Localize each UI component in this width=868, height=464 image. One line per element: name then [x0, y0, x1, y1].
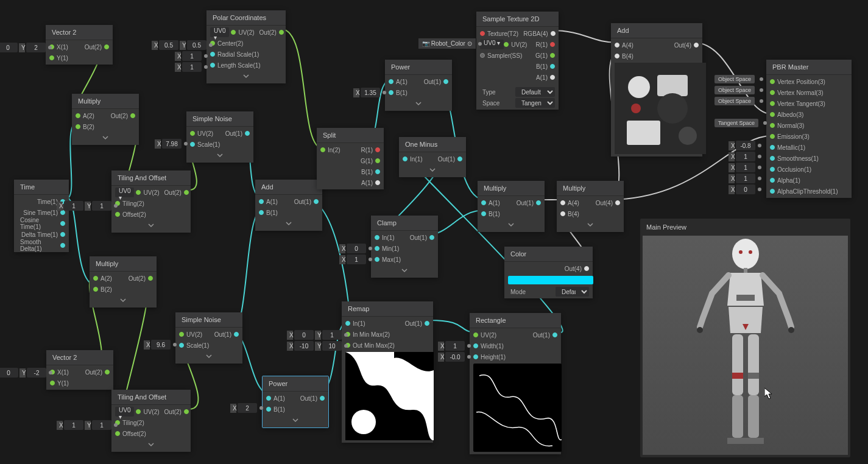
collapse-toggle[interactable] — [175, 351, 242, 362]
node-title: Color — [504, 247, 593, 262]
float-input[interactable]: XY — [152, 40, 214, 50]
node-title: Multiply — [478, 181, 545, 196]
color-swatch[interactable] — [508, 276, 593, 284]
node-color[interactable]: ColorOut(4)ModeDefault — [504, 247, 593, 298]
collapse-toggle[interactable] — [111, 439, 191, 451]
node-power_1[interactable]: PowerA(1)Out(1)B(1) — [262, 376, 329, 428]
node-snoise_2[interactable]: Simple NoiseUV(2)Out(1)Scale(1) — [175, 312, 242, 364]
collapse-toggle[interactable] — [72, 132, 139, 144]
node-title: Rectangle — [470, 313, 561, 328]
main-preview-panel[interactable]: Main Preview — [640, 219, 850, 457]
node-snoise_1[interactable]: Simple NoiseUV(2)Out(1)Scale(1) — [186, 111, 253, 163]
cursor-icon — [764, 388, 774, 400]
float-input[interactable]: XY — [0, 368, 54, 378]
node-title: Simple Noise — [175, 312, 242, 328]
svg-rect-19 — [732, 373, 743, 379]
float-input[interactable]: XY — [287, 330, 349, 340]
uv-dd[interactable]: UV0 ▾ — [115, 407, 134, 417]
dd-Space[interactable]: Tangent — [515, 98, 555, 108]
uv-dd[interactable]: UV0 ▾ — [210, 27, 229, 37]
pbr-x-10[interactable] — [736, 185, 755, 194]
pbr-x-8[interactable] — [736, 163, 755, 172]
rect-preview — [473, 364, 562, 452]
float-input[interactable]: X — [438, 341, 472, 351]
node-title: Vector 2 — [46, 25, 113, 40]
svg-point-15 — [697, 327, 703, 333]
node-remap[interactable]: RemapIn(1)Out(1)In Min Max(2)Out Min Max… — [342, 301, 433, 443]
collapse-toggle[interactable] — [186, 150, 253, 161]
float-input[interactable]: X — [339, 244, 373, 253]
node-add_1[interactable]: AddA(1)Out(1)B(1) — [255, 180, 322, 231]
collapse-toggle[interactable] — [371, 265, 438, 276]
node-title: Tiling And Offset — [111, 390, 191, 405]
collapse-toggle[interactable] — [90, 295, 157, 306]
svg-rect-20 — [748, 373, 759, 379]
svg-rect-18 — [748, 334, 759, 395]
uv-dropdown[interactable]: UV0 ▾ — [480, 40, 504, 49]
collapse-toggle[interactable] — [385, 98, 452, 110]
node-tiling_2[interactable]: Tiling And OffsetUV0 ▾UV(2)Out(2)Tiling(… — [111, 390, 191, 452]
node-title: Power — [385, 60, 452, 75]
node-add_2[interactable]: AddA(4)Out(4)B(4) — [611, 23, 702, 156]
node-title: Multiply — [557, 181, 624, 196]
svg-point-5 — [657, 93, 688, 124]
svg-point-16 — [788, 327, 794, 333]
node-power_2[interactable]: PowerA(1)Out(1)B(1) — [385, 60, 452, 111]
node-title: Polar Coordinates — [206, 10, 286, 26]
node-multiply_4[interactable]: MultiplyA(4)Out(4)B(4) — [557, 181, 624, 232]
node-title: Power — [263, 376, 328, 392]
node-polar[interactable]: Polar CoordinatesUV0 ▾UV(2)Out(2)Center(… — [206, 10, 286, 83]
pbr-x-6[interactable] — [736, 141, 755, 150]
remap-preview — [345, 352, 434, 440]
main-preview-title: Main Preview — [640, 219, 850, 236]
svg-rect-21 — [732, 395, 743, 438]
svg-rect-13 — [736, 295, 755, 301]
node-multiply_3[interactable]: MultiplyA(1)Out(1)B(1) — [478, 181, 545, 232]
float-input[interactable]: X — [230, 403, 264, 413]
svg-rect-12 — [744, 268, 747, 273]
node-split[interactable]: SplitIn(2)R(1)G(1)B(1)A(1) — [317, 128, 384, 189]
collapse-toggle[interactable] — [206, 71, 286, 82]
node-title: Multiply — [90, 256, 157, 272]
float-input[interactable]: XY — [287, 341, 349, 351]
float-input[interactable]: X — [339, 255, 373, 264]
pbr-x-7[interactable] — [736, 152, 755, 161]
node-sampletex[interactable]: Sample Texture 2D Texture(T2)RGBA(4)UV0 … — [476, 12, 559, 110]
float-input[interactable]: X — [438, 352, 472, 362]
node-vector2_2[interactable]: Vector 2X(1)Out(2)Y(1) — [46, 350, 113, 390]
collapse-toggle[interactable] — [557, 219, 624, 231]
float-input[interactable]: XY — [0, 43, 53, 52]
float-input[interactable]: X — [353, 88, 387, 97]
float-input[interactable]: X — [155, 139, 189, 149]
color-mode[interactable]: Default — [556, 287, 589, 297]
node-title: Add — [255, 180, 322, 195]
uv-dd[interactable]: UV0 ▾ — [115, 188, 134, 197]
node-clamp[interactable]: ClampIn(1)Out(1)Min(1)Max(1) — [371, 216, 438, 278]
float-input[interactable]: X — [144, 340, 178, 350]
node-time[interactable]: TimeTime(1)Sine Time(1)Cosine Time(1)Del… — [14, 180, 69, 252]
collapse-toggle[interactable] — [399, 164, 466, 176]
node-multiply_1[interactable]: MultiplyA(2)Out(2)B(2) — [72, 94, 139, 145]
svg-point-7 — [679, 127, 697, 145]
pbr-x-9[interactable] — [736, 174, 755, 183]
collapse-toggle[interactable] — [255, 218, 322, 230]
node-rect[interactable]: RectangleUV(2)Out(1)Width(1)Height(1) — [470, 313, 561, 454]
svg-rect-6 — [627, 121, 660, 145]
node-pbr[interactable]: PBR MasterVertex Position(3)Vertex Norma… — [766, 60, 852, 198]
node-vector2_1[interactable]: Vector 2X(1)Out(2)Y(1) — [46, 25, 113, 65]
main-preview-viewport[interactable] — [643, 236, 848, 455]
collapse-toggle[interactable] — [478, 219, 545, 231]
node-oneminus[interactable]: One MinusIn(1)Out(1) — [399, 137, 466, 177]
dd-Type[interactable]: Default — [515, 87, 555, 97]
collapse-toggle[interactable] — [263, 415, 328, 426]
tex-assign[interactable]: 📷 Robot_Color ⊙ — [418, 38, 483, 49]
node-multiply_2[interactable]: MultiplyA(2)Out(2)B(2) — [90, 256, 157, 308]
node-tiling_1[interactable]: Tiling And OffsetUV0 ▾UV(2)Out(2)Tiling(… — [111, 170, 191, 233]
float-input[interactable]: XY — [57, 420, 119, 430]
node-title: Multiply — [72, 94, 139, 109]
float-input[interactable]: X — [175, 51, 209, 61]
float-input[interactable]: X — [175, 62, 209, 72]
collapse-toggle[interactable] — [111, 220, 191, 231]
node-title: One Minus — [399, 137, 466, 152]
float-input[interactable]: XY — [57, 201, 119, 211]
